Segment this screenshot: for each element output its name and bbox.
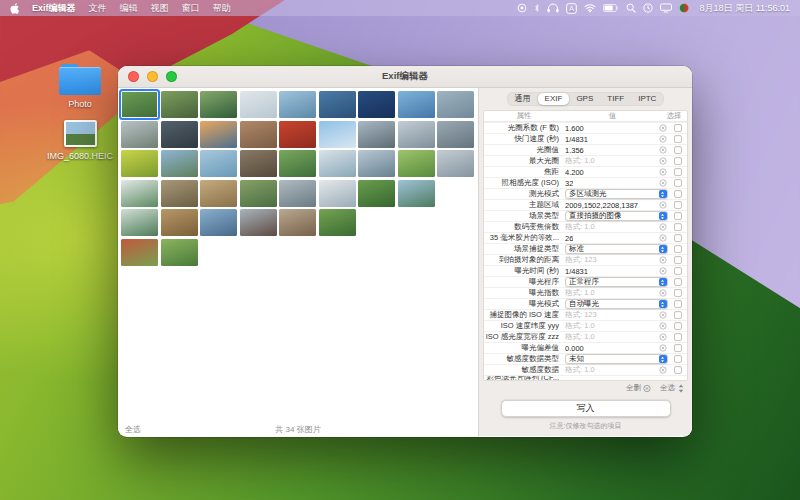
clear-value-button[interactable] bbox=[657, 267, 669, 275]
photo-thumbnail[interactable] bbox=[121, 180, 158, 207]
tab-tiff[interactable]: TIFF bbox=[600, 93, 631, 105]
value-placeholder[interactable]: 格式: 123 bbox=[565, 255, 597, 265]
value-text[interactable]: 1.356 bbox=[565, 146, 584, 155]
value-placeholder[interactable]: 格式: 1.0 bbox=[565, 288, 595, 298]
value-text[interactable]: 26 bbox=[565, 234, 573, 243]
apple-menu-icon[interactable] bbox=[10, 2, 19, 14]
popup-field[interactable]: 未知 bbox=[565, 354, 668, 364]
row-checkbox[interactable] bbox=[674, 256, 682, 264]
popup-stepper-icon[interactable] bbox=[659, 245, 667, 253]
row-checkbox[interactable] bbox=[674, 300, 682, 308]
clear-value-button[interactable] bbox=[657, 168, 669, 176]
clear-value-button[interactable] bbox=[657, 157, 669, 165]
menu-item[interactable]: 帮助 bbox=[213, 2, 231, 15]
photo-thumbnail[interactable] bbox=[200, 91, 237, 118]
clear-value-button[interactable] bbox=[657, 344, 669, 352]
desktop-icon-photo-folder[interactable]: Photo bbox=[41, 64, 119, 109]
delete-all-button[interactable]: 全删 bbox=[626, 383, 651, 393]
menu-item[interactable]: 视图 bbox=[151, 2, 169, 15]
record-circle-icon[interactable] bbox=[517, 2, 527, 14]
photo-thumbnail[interactable] bbox=[161, 91, 198, 118]
photo-thumbnail[interactable] bbox=[319, 150, 356, 177]
row-checkbox[interactable] bbox=[674, 322, 682, 330]
photo-thumbnail[interactable] bbox=[279, 180, 316, 207]
clear-value-button[interactable] bbox=[657, 322, 669, 330]
row-checkbox[interactable] bbox=[674, 289, 682, 297]
photo-thumbnail[interactable] bbox=[319, 209, 356, 236]
photo-thumbnail[interactable] bbox=[279, 91, 316, 118]
photo-thumbnail[interactable] bbox=[319, 180, 356, 207]
photo-thumbnail[interactable] bbox=[398, 180, 435, 207]
clear-value-button[interactable] bbox=[657, 201, 669, 209]
bluetooth-icon[interactable] bbox=[534, 2, 540, 14]
photo-thumbnail[interactable] bbox=[358, 91, 395, 118]
row-checkbox[interactable] bbox=[674, 267, 682, 275]
photo-thumbnail[interactable] bbox=[240, 91, 277, 118]
spotlight-icon[interactable] bbox=[626, 2, 636, 14]
row-checkbox[interactable] bbox=[674, 355, 682, 363]
photo-thumbnail[interactable] bbox=[240, 180, 277, 207]
popup-field[interactable]: 直接拍摄的图像 bbox=[565, 211, 668, 221]
clear-value-button[interactable] bbox=[657, 289, 669, 297]
photo-thumbnail[interactable] bbox=[161, 239, 198, 266]
tab-exif[interactable]: EXIF bbox=[538, 93, 570, 105]
photo-thumbnail[interactable] bbox=[279, 209, 316, 236]
photo-thumbnail[interactable] bbox=[437, 121, 474, 148]
photo-thumbnail[interactable] bbox=[240, 150, 277, 177]
value-placeholder[interactable]: 格式: 1.0 bbox=[565, 222, 595, 232]
photo-thumbnail[interactable] bbox=[358, 180, 395, 207]
photo-thumbnail[interactable] bbox=[200, 150, 237, 177]
photo-thumbnail[interactable] bbox=[319, 91, 356, 118]
photo-thumbnail[interactable] bbox=[398, 150, 435, 177]
row-checkbox[interactable] bbox=[674, 124, 682, 132]
popup-stepper-icon[interactable] bbox=[659, 355, 667, 363]
photo-thumbnail[interactable] bbox=[240, 209, 277, 236]
value-placeholder[interactable]: 格式: 1.0 bbox=[565, 156, 595, 166]
value-text[interactable]: 1/4831 bbox=[565, 135, 588, 144]
value-text[interactable]: 0.000 bbox=[565, 344, 584, 353]
window-titlebar[interactable]: Exif编辑器 bbox=[118, 66, 692, 88]
photo-thumbnail[interactable] bbox=[437, 91, 474, 118]
menu-item[interactable]: 编辑 bbox=[120, 2, 138, 15]
row-checkbox[interactable] bbox=[674, 311, 682, 319]
value-text[interactable]: 1.600 bbox=[565, 124, 584, 133]
photo-thumbnail[interactable] bbox=[358, 121, 395, 148]
row-checkbox[interactable] bbox=[674, 278, 682, 286]
row-checkbox[interactable] bbox=[674, 344, 682, 352]
clear-value-button[interactable] bbox=[657, 179, 669, 187]
zoom-button[interactable] bbox=[166, 71, 177, 82]
popup-stepper-icon[interactable] bbox=[659, 300, 667, 308]
desktop-icon-heic-file[interactable]: IMG_6080.HEIC bbox=[41, 118, 119, 161]
photo-thumbnail[interactable] bbox=[121, 91, 158, 118]
value-text[interactable]: 32 bbox=[565, 179, 573, 188]
row-checkbox[interactable] bbox=[674, 168, 682, 176]
row-checkbox[interactable] bbox=[674, 223, 682, 231]
popup-stepper-icon[interactable] bbox=[659, 212, 667, 220]
photo-thumbnail[interactable] bbox=[358, 150, 395, 177]
clear-value-button[interactable] bbox=[657, 256, 669, 264]
tab-通用[interactable]: 通用 bbox=[508, 93, 538, 105]
row-checkbox[interactable] bbox=[674, 135, 682, 143]
value-text[interactable]: 2009,1502,2208,1387 bbox=[565, 201, 638, 210]
value-placeholder[interactable]: 格式: 1.0 bbox=[565, 321, 595, 331]
wifi-icon[interactable] bbox=[584, 2, 596, 14]
row-checkbox[interactable] bbox=[674, 212, 682, 220]
popup-stepper-icon[interactable] bbox=[659, 278, 667, 286]
menu-item[interactable]: 文件 bbox=[89, 2, 107, 15]
row-checkbox[interactable] bbox=[674, 201, 682, 209]
photo-thumbnail[interactable] bbox=[319, 121, 356, 148]
clear-value-button[interactable] bbox=[657, 234, 669, 242]
value-placeholder[interactable]: 格式: 1.0 bbox=[565, 365, 595, 375]
minimize-button[interactable] bbox=[147, 71, 158, 82]
write-button[interactable]: 写入 bbox=[501, 400, 671, 417]
clear-value-button[interactable] bbox=[657, 333, 669, 341]
photo-thumbnail[interactable] bbox=[437, 150, 474, 177]
close-button[interactable] bbox=[128, 71, 139, 82]
row-checkbox[interactable] bbox=[674, 234, 682, 242]
photo-thumbnail[interactable] bbox=[121, 121, 158, 148]
photo-thumbnail[interactable] bbox=[279, 121, 316, 148]
popup-field[interactable]: 标准 bbox=[565, 244, 668, 254]
select-all-button[interactable]: 全选 bbox=[660, 383, 685, 393]
row-checkbox[interactable] bbox=[674, 245, 682, 253]
clock-icon[interactable] bbox=[643, 2, 653, 14]
